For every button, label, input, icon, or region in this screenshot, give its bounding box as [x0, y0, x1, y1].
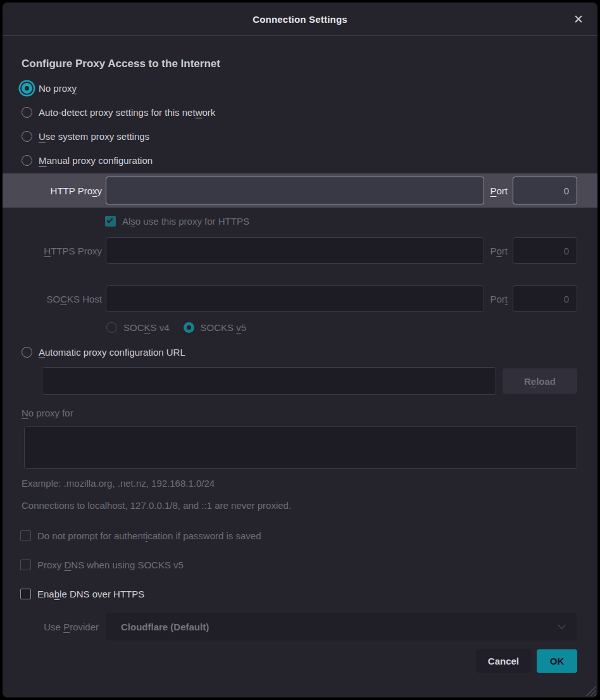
socks-version-row: SOCKS v4 SOCKS v5 — [106, 320, 577, 334]
http-proxy-row: HTTP Proxy Port — [3, 173, 597, 208]
connection-settings-dialog: Connection Settings ✕ Configure Proxy Ac… — [3, 3, 597, 697]
radio-label-manual-proxy: Manual proxy configuration — [39, 155, 153, 166]
radio-auto-url[interactable] — [22, 347, 32, 358]
radio-no-proxy[interactable] — [22, 83, 32, 94]
radio-row-system-proxy[interactable]: Use system proxy settings — [22, 129, 577, 143]
cancel-button[interactable]: Cancel — [476, 649, 531, 673]
dialog-actions: Cancel OK — [22, 649, 577, 673]
radio-manual-proxy[interactable] — [22, 155, 32, 166]
reload-button[interactable]: Reload — [503, 368, 577, 394]
page-title: Configure Proxy Access to the Internet — [22, 58, 577, 70]
radio-label-auto-url: Automatic proxy configuration URL — [39, 347, 185, 358]
http-port-label: Port — [490, 185, 508, 196]
provider-label: Use Provider — [22, 622, 106, 632]
dialog-title: Connection Settings — [253, 14, 347, 25]
checkbox-proxy-dns[interactable] — [20, 559, 31, 570]
proxy-dns-label: Proxy DNS when using SOCKS v5 — [37, 559, 184, 570]
no-prompt-auth-row[interactable]: Do not prompt for authentication if pass… — [20, 528, 577, 542]
radio-system-proxy[interactable] — [22, 131, 32, 142]
provider-select[interactable]: Cloudflare (Default) — [106, 613, 577, 641]
also-https-label: Also use this proxy for HTTPS — [122, 216, 249, 227]
no-proxy-for-label: No proxy for — [22, 408, 577, 422]
https-proxy-label: HTTPS Proxy — [22, 246, 106, 256]
radio-socks-v4[interactable] — [106, 322, 117, 333]
provider-row: Use Provider Cloudflare (Default) — [22, 613, 577, 641]
https-proxy-row: HTTPS Proxy Port — [22, 237, 577, 264]
localhost-note-text: Connections to localhost, 127.0.0.1/8, a… — [22, 498, 577, 512]
https-port-input[interactable] — [513, 237, 577, 264]
radio-auto-detect[interactable] — [22, 107, 32, 118]
https-proxy-input[interactable] — [106, 237, 484, 264]
radio-row-auto-detect[interactable]: Auto-detect proxy settings for this netw… — [22, 105, 577, 119]
checkbox-enable-doh[interactable] — [20, 589, 31, 599]
provider-selected-value: Cloudflare (Default) — [121, 622, 209, 632]
radio-label-socks-v5: SOCKS v5 — [201, 322, 247, 333]
checkbox-no-prompt-auth[interactable] — [20, 530, 31, 541]
https-port-label: Port — [490, 246, 508, 256]
proxy-dns-row[interactable]: Proxy DNS when using SOCKS v5 — [20, 558, 577, 572]
radio-label-auto-detect: Auto-detect proxy settings for this netw… — [39, 107, 215, 118]
socks-host-label: SOCKS Host — [22, 294, 106, 304]
socks-port-label: Port — [490, 294, 508, 304]
dialog-titlebar: Connection Settings ✕ — [3, 3, 597, 36]
socks-host-input[interactable] — [106, 285, 484, 312]
also-https-row[interactable]: Also use this proxy for HTTPS — [105, 214, 577, 228]
no-proxy-for-textarea[interactable] — [24, 426, 577, 469]
http-proxy-label: HTTP Proxy — [22, 185, 106, 196]
radio-socks-v5[interactable] — [184, 322, 194, 333]
radio-label-socks-v4: SOCKS v4 — [123, 322, 170, 333]
http-proxy-input[interactable] — [106, 177, 484, 204]
close-button[interactable]: ✕ — [570, 10, 587, 28]
radio-row-no-proxy[interactable]: No proxy — [22, 81, 577, 95]
radio-label-no-proxy: No proxy — [39, 83, 77, 94]
checkmark-icon — [107, 216, 113, 223]
no-proxy-example-text: Example: .mozilla.org, .net.nz, 192.168.… — [22, 476, 577, 490]
radio-row-manual-proxy[interactable]: Manual proxy configuration — [22, 153, 577, 167]
dialog-content: Configure Proxy Access to the Internet N… — [3, 36, 597, 697]
radio-row-auto-url[interactable]: Automatic proxy configuration URL — [22, 345, 577, 359]
auto-url-input[interactable] — [42, 367, 496, 395]
socks-host-row: SOCKS Host Port — [22, 285, 577, 312]
radio-label-system-proxy: Use system proxy settings — [39, 131, 149, 142]
enable-doh-label: Enable DNS over HTTPS — [37, 589, 144, 599]
no-prompt-auth-label: Do not prompt for authentication if pass… — [37, 530, 261, 541]
socks-port-input[interactable] — [513, 285, 577, 312]
http-port-input[interactable] — [513, 177, 577, 204]
checkbox-also-https[interactable] — [105, 216, 116, 227]
ok-button[interactable]: OK — [537, 649, 577, 673]
close-icon: ✕ — [573, 12, 584, 27]
enable-doh-row[interactable]: Enable DNS over HTTPS — [20, 587, 577, 601]
chevron-down-icon — [558, 621, 566, 629]
auto-url-row: Reload — [42, 367, 577, 395]
